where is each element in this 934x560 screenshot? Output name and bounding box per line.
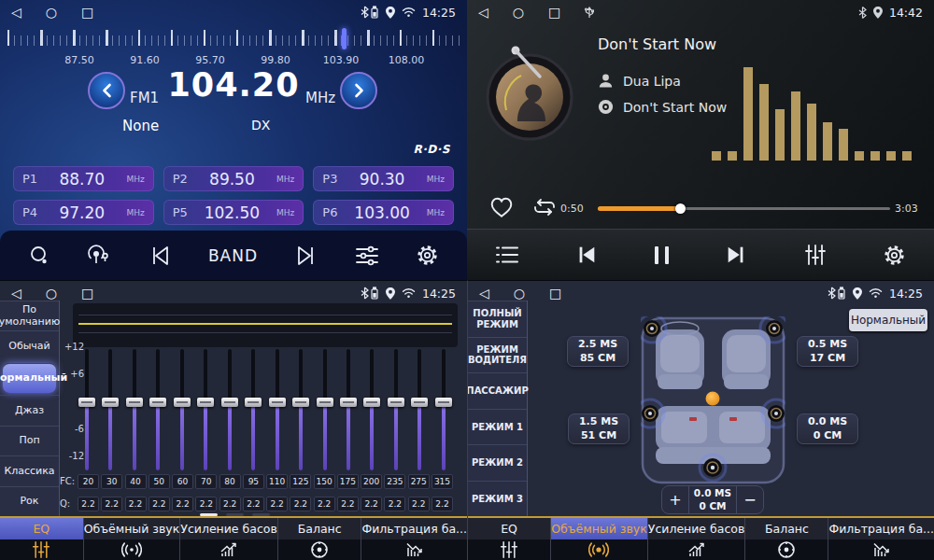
back-icon[interactable]: ◁ <box>11 6 21 19</box>
back-icon[interactable]: ◁ <box>479 287 489 300</box>
eq-band-slider[interactable] <box>316 349 334 470</box>
slider-thumb[interactable] <box>221 398 238 407</box>
tuning-pointer[interactable] <box>342 28 347 49</box>
tab-bass-boost[interactable]: Усиление басов <box>647 518 745 560</box>
listening-mode-item[interactable]: РЕЖИМ 1 <box>468 409 527 445</box>
band-button[interactable]: BAND <box>208 246 258 265</box>
home-icon[interactable]: ○ <box>514 287 525 300</box>
slider-thumb[interactable] <box>78 398 95 407</box>
q-value[interactable]: 2.2 <box>243 497 264 511</box>
q-value[interactable]: 2.2 <box>337 497 359 511</box>
fc-value[interactable]: 30 <box>101 474 122 489</box>
eq-band-slider[interactable] <box>173 349 191 470</box>
q-value[interactable]: 2.2 <box>266 497 288 511</box>
fc-value[interactable]: 110 <box>266 474 288 489</box>
slider-thumb[interactable] <box>340 398 357 407</box>
eq-settings-icon[interactable] <box>355 245 379 267</box>
q-value[interactable]: 2.2 <box>172 497 193 511</box>
fc-value[interactable]: 275 <box>408 474 430 489</box>
q-value[interactable]: 2.2 <box>314 497 335 511</box>
recents-icon[interactable]: □ <box>81 287 93 300</box>
tab-balance[interactable]: Баланс <box>744 518 828 560</box>
q-value[interactable]: 2.2 <box>361 497 382 511</box>
fc-value[interactable]: 175 <box>337 474 359 489</box>
fc-value[interactable]: 70 <box>195 474 217 489</box>
home-icon[interactable]: ○ <box>513 6 524 19</box>
slider-thumb[interactable] <box>245 398 262 407</box>
listening-mode-item[interactable]: ПАССАЖИР <box>468 372 527 409</box>
favorite-icon[interactable] <box>489 196 514 218</box>
fc-value[interactable]: 60 <box>172 474 193 489</box>
seek-knob[interactable] <box>675 203 686 214</box>
pause-button[interactable] <box>655 246 669 264</box>
delay-rear-right[interactable]: 0.0 MS 0 CM <box>797 413 858 444</box>
seek-down-button[interactable] <box>88 72 125 109</box>
next-track-icon[interactable] <box>725 245 747 265</box>
eq-band-slider[interactable] <box>434 349 453 470</box>
eq-band-slider[interactable] <box>149 349 167 470</box>
delay-front-left[interactable]: 2.5 MS 85 CM <box>567 336 629 367</box>
q-value[interactable]: 2.2 <box>78 497 99 511</box>
eq-band-slider[interactable] <box>196 349 215 470</box>
q-value[interactable]: 2.2 <box>195 497 217 511</box>
slider-thumb[interactable] <box>197 398 214 407</box>
preset-button[interactable]: P1 88.70 MHz <box>13 166 154 191</box>
preset-button[interactable]: P5 102.50 MHz <box>163 200 304 225</box>
delay-rear-left[interactable]: 1.5 MS 51 CM <box>568 413 630 444</box>
eq-sliders-icon[interactable] <box>804 244 827 266</box>
prev-station-icon[interactable] <box>148 245 172 266</box>
eq-preset-item[interactable]: Джаз <box>0 395 59 425</box>
eq-band-slider[interactable] <box>78 349 96 470</box>
q-value[interactable]: 2.2 <box>219 497 241 511</box>
tab-filter[interactable]: Фильтрация ба... <box>828 518 934 560</box>
eq-preset-item[interactable]: Рок <box>0 486 59 516</box>
seek-up-button[interactable] <box>340 72 377 109</box>
back-icon[interactable]: ◁ <box>478 6 488 19</box>
eq-band-slider[interactable] <box>125 349 144 470</box>
tab-bass-boost[interactable]: Усиление басов <box>179 518 277 560</box>
home-icon[interactable]: ○ <box>46 287 57 300</box>
tab-eq[interactable]: EQ <box>468 518 550 560</box>
recents-icon[interactable]: □ <box>549 287 561 300</box>
tab-eq[interactable]: EQ <box>0 518 83 560</box>
fc-value[interactable]: 40 <box>125 474 147 489</box>
fc-value[interactable]: 125 <box>290 474 311 489</box>
eq-preset-item[interactable]: Поп <box>0 426 59 455</box>
q-value[interactable]: 2.2 <box>149 497 170 511</box>
tab-surround[interactable]: Объёмный звук <box>550 518 647 560</box>
fc-value[interactable]: 20 <box>78 474 99 489</box>
fc-value[interactable]: 235 <box>384 474 405 489</box>
q-value[interactable]: 2.2 <box>432 497 453 511</box>
fc-value[interactable]: 50 <box>149 474 170 489</box>
prev-track-icon[interactable] <box>575 245 598 265</box>
preset-button[interactable]: P2 89.50 MHz <box>163 166 304 191</box>
q-value[interactable]: 2.2 <box>408 497 430 511</box>
slider-thumb[interactable] <box>126 398 143 407</box>
eq-band-slider[interactable] <box>387 349 405 470</box>
slider-thumb[interactable] <box>388 398 404 407</box>
next-station-icon[interactable] <box>294 245 318 266</box>
surround-preset-button[interactable]: Нормальный <box>849 309 927 331</box>
radio-broadcast-icon[interactable] <box>87 245 111 267</box>
q-value[interactable]: 2.2 <box>384 497 405 511</box>
tab-balance[interactable]: Баланс <box>277 518 361 560</box>
eq-band-slider[interactable] <box>291 349 310 470</box>
eq-band-slider[interactable] <box>244 349 262 470</box>
listening-mode-item[interactable]: РЕЖИМ 2 <box>468 444 527 481</box>
eq-band-slider[interactable] <box>220 349 239 470</box>
slider-thumb[interactable] <box>269 398 286 407</box>
preset-button[interactable]: P4 97.20 MHz <box>13 200 154 225</box>
tab-surround[interactable]: Объёмный звук <box>83 518 180 560</box>
playlist-icon[interactable] <box>495 245 519 265</box>
eq-band-slider[interactable] <box>362 349 381 470</box>
eq-preset-item[interactable]: Нормальный <box>3 363 56 393</box>
slider-thumb[interactable] <box>363 398 380 407</box>
decrease-delay-button[interactable]: − <box>737 486 763 513</box>
preset-button[interactable]: P3 90.30 MHz <box>313 166 454 191</box>
tab-filter[interactable]: Фильтрация ба... <box>361 518 467 560</box>
delay-front-right[interactable]: 0.5 MS 17 CM <box>797 336 858 367</box>
settings-gear-icon[interactable] <box>416 244 439 267</box>
listening-mode-item[interactable]: РЕЖИМ 3 <box>468 481 527 517</box>
slider-thumb[interactable] <box>435 398 452 407</box>
slider-thumb[interactable] <box>174 398 191 407</box>
